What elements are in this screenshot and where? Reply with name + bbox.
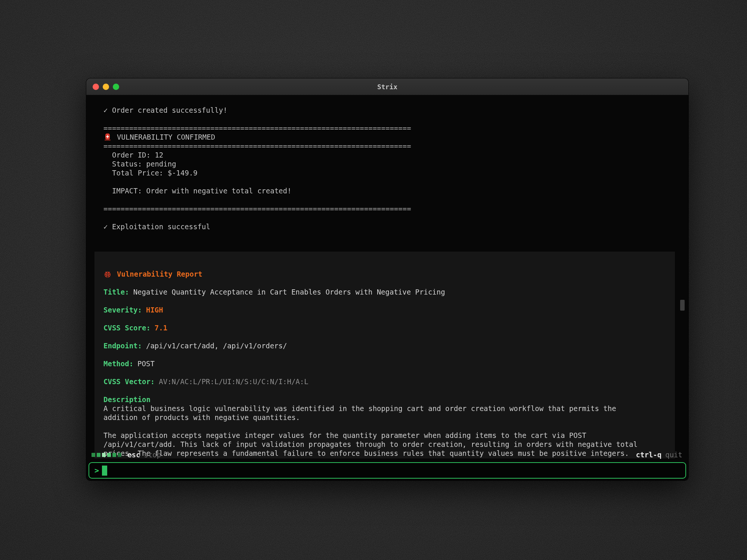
separator-line: ========================================… <box>103 141 677 150</box>
terminal-content: ✓ Order created successfully! ==========… <box>86 96 688 480</box>
siren-icon <box>103 133 112 141</box>
log-blank-line <box>103 213 677 222</box>
window-title: Strix <box>86 78 688 95</box>
spinner-block <box>112 453 116 457</box>
command-input[interactable]: > <box>89 462 686 479</box>
separator-line: ========================================… <box>103 204 677 213</box>
esc-key-hint: esc <box>127 451 140 459</box>
ladybug-icon <box>103 270 112 278</box>
report-severity-row: Severity: HIGH <box>103 305 675 314</box>
report-endpoint-row: Endpoint: /api/v1/cart/add, /api/v1/orde… <box>103 341 675 350</box>
severity-badge: HIGH <box>146 305 163 314</box>
cvss-score-label: CVSS Score: <box>103 323 151 332</box>
cvss-score-value: 7.1 <box>155 323 167 332</box>
log-blank-line <box>103 195 677 204</box>
report-title-row: Title: Negative Quantity Acceptance in C… <box>103 287 675 296</box>
method-value: POST <box>137 359 155 368</box>
log-exploitation-success: ✓ Exploitation successful <box>103 222 677 231</box>
method-label: Method: <box>103 359 133 368</box>
terminal-window: Strix ✓ Order created successfully! ====… <box>86 78 688 480</box>
report-cvss-vector-row: CVSS Vector: AV:N/AC:L/PR:L/UI:N/S:U/C:N… <box>103 377 675 386</box>
ctrl-q-key-hint: ctrl-q <box>636 451 662 459</box>
report-description-heading-row: Description <box>103 395 675 404</box>
log-total-price: Total Price: $-149.9 <box>103 168 677 177</box>
report-cvss-score-row: CVSS Score: 7.1 <box>103 323 675 332</box>
quit-hint-label: quit <box>665 451 682 459</box>
log-impact: IMPACT: Order with negative total create… <box>103 186 677 195</box>
log-order-success: ✓ Order created successfully! <box>103 106 677 115</box>
log-blank-line <box>103 177 677 186</box>
report-method-row: Method: POST <box>103 359 675 368</box>
scrollbar-thumb[interactable] <box>680 300 685 311</box>
spinner-block <box>107 453 111 457</box>
cvss-vector-value: AV:N/AC:L/PR:L/UI:N/S:U/C:N/I:H/A:L <box>159 377 308 386</box>
vulnerability-report-panel: Vulnerability Report Title: Negative Qua… <box>94 252 675 458</box>
endpoint-label: Endpoint: <box>103 341 142 350</box>
spinner-block <box>118 453 121 457</box>
log-status: Status: pending <box>103 159 677 168</box>
separator-line: ========================================… <box>103 124 677 133</box>
stop-hint-label: stop <box>144 451 161 459</box>
log-vulnerability-confirmed: VULNERABILITY CONFIRMED <box>103 133 677 141</box>
log-order-id: Order ID: 12 <box>103 150 677 159</box>
report-header-row: Vulnerability Report <box>103 270 675 279</box>
spinner-block <box>102 453 106 457</box>
text-cursor <box>102 466 107 476</box>
severity-label: Severity: <box>103 305 142 314</box>
terminal-log: ✓ Order created successfully! ==========… <box>103 106 677 231</box>
endpoint-value: /api/v1/cart/add, /api/v1/orders/ <box>146 341 287 350</box>
progress-spinner <box>92 453 121 457</box>
status-bar: esc stop ctrl-q quit <box>86 449 688 460</box>
title-label: Title: <box>103 287 129 296</box>
alert-title-text: VULNERABILITY CONFIRMED <box>117 133 215 141</box>
description-heading: Description <box>103 395 151 404</box>
description-paragraph-1: A critical business logic vulnerability … <box>103 404 675 422</box>
prompt-symbol: > <box>94 466 99 475</box>
spinner-block <box>92 453 95 457</box>
cvss-vector-label: CVSS Vector: <box>103 377 155 386</box>
report-header-title: Vulnerability Report <box>117 270 202 279</box>
title-value: Negative Quantity Acceptance in Cart Ena… <box>133 287 445 296</box>
spinner-block <box>97 453 100 457</box>
window-titlebar[interactable]: Strix <box>86 78 688 95</box>
log-blank-line <box>103 115 677 124</box>
